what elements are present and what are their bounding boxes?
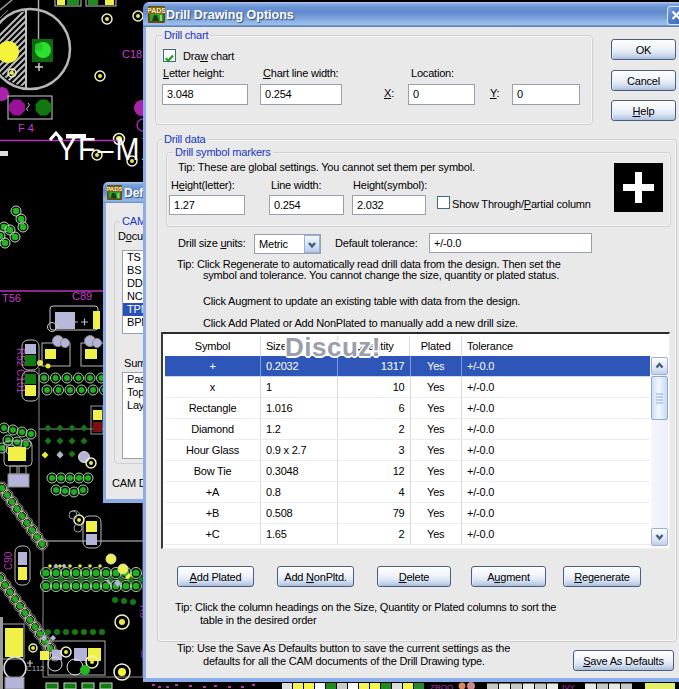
svg-text:PADS: PADS (148, 7, 165, 14)
svg-text:ZROO: ZROO (430, 683, 453, 689)
svg-text:C89: C89 (72, 290, 92, 302)
svg-text:F 4: F 4 (18, 122, 34, 134)
svg-text:IVY: IVY (562, 683, 576, 689)
svg-text:C18: C18 (122, 48, 142, 60)
svg-text:R52 C101: R52 C101 (15, 348, 26, 393)
svg-text:C90: C90 (3, 551, 14, 570)
svg-text:PADS: PADS (107, 185, 122, 192)
svg-text:C112: C112 (26, 664, 45, 673)
svg-text:T56: T56 (2, 292, 21, 304)
